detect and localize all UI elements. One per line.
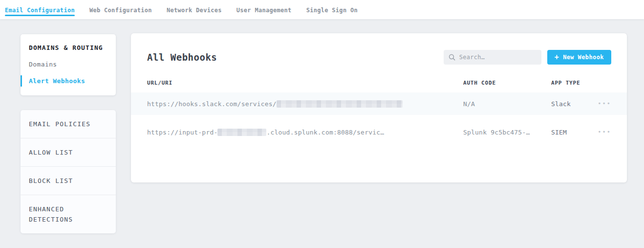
- search-icon: [449, 54, 455, 61]
- tab-email-configuration[interactable]: Email Configuration: [5, 0, 75, 19]
- row-menu-icon[interactable]: [598, 100, 611, 107]
- page-title: All Webhooks: [147, 52, 444, 63]
- webhooks-header: All Webhooks New Webhook: [131, 33, 627, 65]
- sidebar-item-email-policies[interactable]: EMAIL POLICIES: [21, 110, 116, 138]
- row-menu-icon[interactable]: [598, 129, 611, 135]
- table-header-row: URL/URI AUTH CODE APP TYPE: [131, 80, 627, 86]
- table-body: https://hooks.slack.com/services/ N/A Sl…: [131, 92, 627, 143]
- tab-web-configuration[interactable]: Web Configuration: [89, 0, 152, 19]
- column-header-url: URL/URI: [147, 80, 463, 86]
- plus-icon: [555, 54, 559, 61]
- tab-network-devices[interactable]: Network Devices: [167, 0, 222, 19]
- redacted-url-segment: [217, 129, 266, 136]
- table-row[interactable]: https://input-prd-.cloud.splunk.com:8088…: [131, 121, 627, 143]
- webhook-url-suffix: .cloud.splunk.com:8088/servic…: [266, 129, 384, 136]
- webhooks-table: URL/URI AUTH CODE APP TYPE https://hooks…: [131, 80, 627, 143]
- sidebar-item-allow-list[interactable]: ALLOW LIST: [21, 138, 116, 167]
- new-webhook-button-label: New Webhook: [563, 54, 604, 61]
- redacted-url-segment: [277, 100, 403, 108]
- webhook-url-text: https://input-prd-: [147, 129, 217, 136]
- app-type-cell: Slack: [551, 100, 590, 108]
- sidebar-item-domains[interactable]: Domains: [21, 61, 116, 68]
- column-header-auth-code: AUTH CODE: [463, 80, 551, 86]
- sidebar-item-alert-webhooks[interactable]: Alert Webhooks: [21, 77, 116, 85]
- webhook-url-cell: https://hooks.slack.com/services/: [147, 100, 463, 108]
- sidebar-item-enhanced-detections[interactable]: ENHANCED DETECTIONS: [21, 195, 116, 233]
- search-box[interactable]: [444, 50, 541, 65]
- tab-user-management[interactable]: User Management: [236, 0, 292, 19]
- webhook-url-cell: https://input-prd-.cloud.splunk.com:8088…: [147, 129, 463, 136]
- webhooks-panel: All Webhooks New Webhook URL/URI AUTH CO…: [131, 33, 627, 182]
- webhook-url-text: https://hooks.slack.com/services/: [147, 100, 277, 108]
- domains-routing-heading: DOMAINS & ROUTING: [21, 44, 116, 51]
- domains-routing-card: DOMAINS & ROUTING Domains Alert Webhooks: [21, 34, 116, 95]
- search-input[interactable]: [459, 54, 537, 61]
- column-header-app-type: APP TYPE: [551, 80, 590, 86]
- table-row[interactable]: https://hooks.slack.com/services/ N/A Sl…: [131, 92, 627, 115]
- tab-single-sign-on[interactable]: Single Sign On: [306, 0, 358, 19]
- auth-code-cell: N/A: [463, 100, 551, 108]
- new-webhook-button[interactable]: New Webhook: [547, 50, 611, 65]
- sidebar-item-block-list[interactable]: BLOCK LIST: [21, 167, 116, 195]
- top-nav: Email Configuration Web Configuration Ne…: [0, 0, 644, 20]
- sidebar-sections-card: EMAIL POLICIES ALLOW LIST BLOCK LIST ENH…: [21, 110, 116, 233]
- app-type-cell: SIEM: [551, 129, 590, 136]
- auth-code-cell: Splunk 9c5bc475-…: [463, 129, 551, 136]
